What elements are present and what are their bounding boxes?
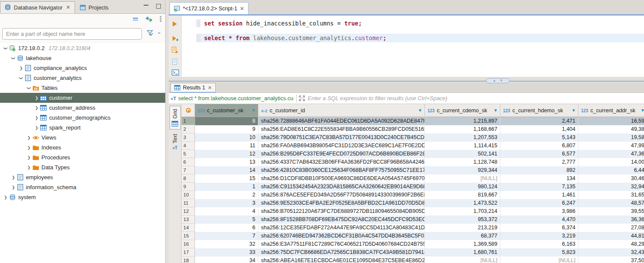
grid-cell[interactable]: 6,163	[500, 240, 578, 248]
grid-cell[interactable]: 47,36	[578, 150, 644, 158]
grid-cell[interactable]: 48,57	[578, 199, 644, 207]
grid-cell[interactable]: sha256:9E52303CE4FBA2E2F0525E8A5BFBD2C1A…	[258, 199, 425, 207]
close-icon[interactable]: ✕	[66, 4, 70, 10]
row-header[interactable]: 12	[182, 207, 195, 215]
collapse-arrow-icon[interactable]: ❯	[11, 55, 16, 61]
row-header[interactable]: 7	[182, 166, 195, 174]
open-sql-console-icon[interactable]	[172, 70, 179, 76]
grid-cell[interactable]: 953,372	[425, 215, 500, 224]
expand-arrow-icon[interactable]: ❯	[26, 146, 32, 150]
grid-cell[interactable]: 980,124	[425, 183, 500, 191]
grid-cell[interactable]: 892	[500, 166, 578, 174]
row-header[interactable]: 13	[182, 215, 195, 224]
link-with-editor-icon[interactable]	[145, 16, 153, 22]
maximize-icon[interactable]	[156, 4, 161, 9]
grid-cell[interactable]: sha256:B705122120A673FC7DE6889727DB11809…	[258, 207, 425, 215]
grid-cell[interactable]: [NULL]	[425, 257, 500, 263]
grid-cell[interactable]: 32,43	[578, 248, 644, 257]
tree-item-system[interactable]: ❯system	[0, 192, 165, 202]
grid-cell[interactable]: 13	[195, 158, 258, 166]
collapse-arrow-icon[interactable]: ❯	[19, 75, 23, 81]
grid-cell[interactable]: 6,247	[500, 199, 578, 207]
expand-arrow-icon[interactable]: ❯	[26, 165, 32, 170]
grid-cell[interactable]: sha256:EAD8E61C8C22E555834FBBA9B60556CB2…	[258, 125, 425, 133]
tree-item-indexes[interactable]: ❯Indexes	[0, 143, 165, 152]
grid-cell[interactable]: 68,377	[425, 232, 500, 240]
tree-item-customer[interactable]: ❯customer	[0, 93, 165, 103]
grid-cell[interactable]: 19,58	[578, 133, 644, 142]
tree-item-customer-address[interactable]: ❯customer_address	[0, 103, 165, 113]
row-header[interactable]: 3	[182, 133, 195, 142]
expand-arrow-icon[interactable]: ❯	[34, 106, 40, 110]
close-icon[interactable]: ✕	[240, 6, 244, 12]
grid-cell[interactable]: 2,471	[500, 117, 578, 125]
grid-cell[interactable]: 4,470	[500, 215, 578, 224]
grid-cell[interactable]: 6,807	[500, 142, 578, 150]
grid-cell[interactable]: 12	[195, 150, 258, 158]
grid-cell[interactable]: 1,128,748	[425, 158, 500, 166]
grid-cell[interactable]: sha256:B295D8FC337E9E4FECD0725D907ACD6B6…	[258, 150, 425, 158]
grid-cell[interactable]: 7,135	[500, 183, 578, 191]
column-header-c_current_addr_sk[interactable]: 123c_current_addr_sk▼	[578, 104, 644, 117]
close-icon[interactable]: ✕	[208, 85, 212, 91]
grid-cell[interactable]: 49,38	[578, 125, 644, 133]
grid-cell[interactable]: 1,114,415	[425, 142, 500, 150]
execute-statement-icon[interactable]	[172, 21, 178, 27]
grid-cell[interactable]: 2	[195, 191, 258, 199]
tree-item-spark-report[interactable]: ❯spark_report	[0, 123, 165, 133]
grid-cell[interactable]: 6,374	[500, 224, 578, 232]
collapse-down-icon[interactable]: ▼	[499, 79, 503, 82]
tree-item-procedures[interactable]: ❯Procedures	[0, 152, 165, 162]
collapse-up-icon[interactable]: ▲	[493, 79, 496, 82]
grid-cell[interactable]: 1,207,553	[425, 133, 500, 142]
tab-database-navigator[interactable]: Database Navigator ✕	[0, 1, 75, 13]
grid-cell[interactable]: sha256:8F1528BB708DF69EB475DC92A8C20EC44…	[258, 215, 425, 224]
collapse-arrow-icon[interactable]: ❯	[27, 85, 31, 91]
grid-cell[interactable]: 8	[195, 117, 258, 125]
grid-cell[interactable]: sha256:12CE35EFDABF272A4A47E9FA9CC5D4113…	[258, 224, 425, 232]
column-header-c_customer_sk[interactable]: 123c_customer_sk▼	[195, 104, 258, 117]
grid-cell[interactable]: sha256:79D08751C3EA7C83BA57D177E00413D0C…	[258, 133, 425, 142]
tree-item-customer-analytics[interactable]: ❯customer_analytics	[0, 73, 165, 83]
filter-funnel-icon[interactable]	[147, 30, 154, 36]
grid-cell[interactable]: 7	[195, 232, 258, 240]
grid-cell[interactable]: sha256:75DC7FCB6686EDA72565C1B838CA7FC43…	[258, 248, 425, 257]
row-header[interactable]: 9	[182, 183, 195, 191]
tab-sql-script[interactable]: *<172.18.0.2> Script-1 ✕	[170, 2, 248, 14]
column-header-c_current_cdemo_sk[interactable]: 123c_current_cdemo_sk▼	[425, 104, 500, 117]
tab-projects[interactable]: Projects	[75, 1, 113, 13]
results-filter-input[interactable]	[308, 93, 644, 104]
grid-cell[interactable]: 3,219	[500, 232, 578, 240]
row-header[interactable]: 16	[182, 240, 195, 248]
tree-item-data-types[interactable]: ❯Data Types	[0, 162, 165, 172]
grid-cell[interactable]: 1,369,589	[425, 240, 500, 248]
grid-cell[interactable]: 33	[195, 248, 258, 257]
row-header[interactable]: 11	[182, 199, 195, 207]
expand-arrow-icon[interactable]: ❯	[34, 96, 40, 100]
editor-results-sash[interactable]	[169, 77, 644, 82]
expand-arrow-icon[interactable]: ❯	[3, 195, 9, 200]
grid-cell[interactable]: [NULL]	[500, 257, 578, 263]
tree-item-compliance-analytics[interactable]: ❯compliance_analytics	[0, 63, 165, 73]
sql-code-area[interactable]: set session hide_inaccessible_columns = …	[182, 16, 644, 77]
grid-cell[interactable]: 5,143	[500, 133, 578, 142]
grid-cell[interactable]: 1	[195, 183, 258, 191]
object-filter-input[interactable]	[2, 28, 142, 40]
grid-cell[interactable]: 6	[195, 224, 258, 232]
grid-cell[interactable]: sha256:72888646ABF61FA044EDEC061D6DA5A09…	[258, 117, 425, 125]
column-filter-dropdown-icon[interactable]: ▼	[641, 104, 644, 117]
grid-cell[interactable]: 15	[195, 174, 258, 183]
sql-line-1[interactable]: set session hide_inaccessible_columns = …	[196, 19, 644, 28]
grid-cell[interactable]: 3,986	[500, 207, 578, 215]
row-header[interactable]: 10	[182, 191, 195, 199]
grid-cell[interactable]: 9	[195, 125, 258, 133]
tree-item-lakehouse[interactable]: ❯lakehouse	[0, 53, 165, 63]
grid-cell[interactable]: 27,08	[578, 224, 644, 232]
expand-arrow-icon[interactable]: ❯	[18, 66, 24, 70]
grid-cell[interactable]: 14,00	[578, 158, 644, 166]
grid-cell[interactable]: 1,703,214	[425, 207, 500, 215]
presentation-tab-grid[interactable]: Grid	[170, 106, 181, 130]
grid-cell[interactable]: 1,404	[500, 125, 578, 133]
expand-filter-icon[interactable]	[299, 95, 305, 101]
grid-cell[interactable]: 6,577	[500, 150, 578, 158]
